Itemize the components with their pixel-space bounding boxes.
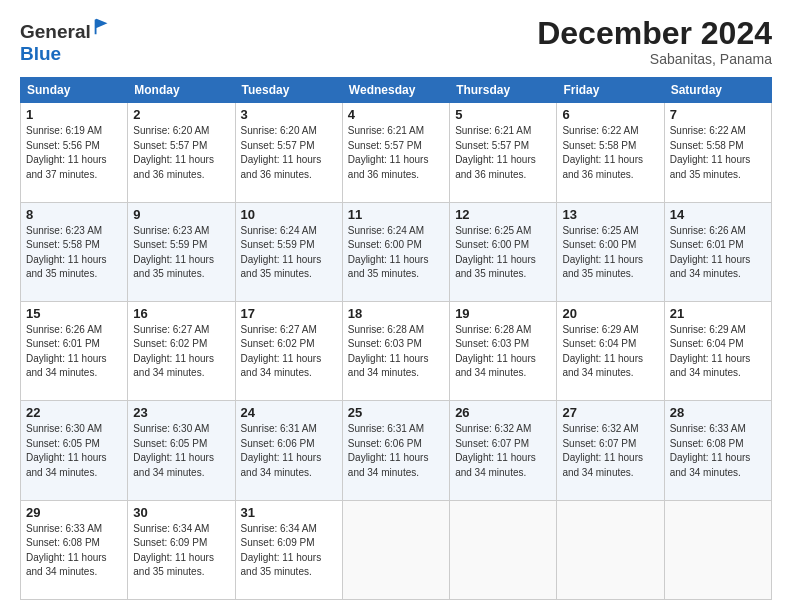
- day-info: Sunrise: 6:31 AM Sunset: 6:06 PM Dayligh…: [241, 422, 337, 480]
- day-info: Sunrise: 6:21 AM Sunset: 5:57 PM Dayligh…: [348, 124, 444, 182]
- day-info: Sunrise: 6:24 AM Sunset: 5:59 PM Dayligh…: [241, 224, 337, 282]
- day-number: 3: [241, 107, 337, 122]
- calendar-cell: 13Sunrise: 6:25 AM Sunset: 6:00 PM Dayli…: [557, 202, 664, 301]
- calendar-cell: [450, 500, 557, 599]
- weekday-header-row: SundayMondayTuesdayWednesdayThursdayFrid…: [21, 78, 772, 103]
- day-number: 14: [670, 207, 766, 222]
- day-info: Sunrise: 6:32 AM Sunset: 6:07 PM Dayligh…: [562, 422, 658, 480]
- svg-marker-0: [94, 19, 107, 35]
- calendar-cell: 31Sunrise: 6:34 AM Sunset: 6:09 PM Dayli…: [235, 500, 342, 599]
- calendar-cell: 17Sunrise: 6:27 AM Sunset: 6:02 PM Dayli…: [235, 301, 342, 400]
- day-number: 19: [455, 306, 551, 321]
- calendar-cell: 21Sunrise: 6:29 AM Sunset: 6:04 PM Dayli…: [664, 301, 771, 400]
- day-info: Sunrise: 6:22 AM Sunset: 5:58 PM Dayligh…: [670, 124, 766, 182]
- calendar-cell: 27Sunrise: 6:32 AM Sunset: 6:07 PM Dayli…: [557, 401, 664, 500]
- day-info: Sunrise: 6:26 AM Sunset: 6:01 PM Dayligh…: [670, 224, 766, 282]
- calendar-cell: 29Sunrise: 6:33 AM Sunset: 6:08 PM Dayli…: [21, 500, 128, 599]
- day-number: 9: [133, 207, 229, 222]
- logo-general-text: General: [20, 16, 113, 43]
- day-number: 4: [348, 107, 444, 122]
- calendar-cell: 4Sunrise: 6:21 AM Sunset: 5:57 PM Daylig…: [342, 103, 449, 202]
- day-info: Sunrise: 6:30 AM Sunset: 6:05 PM Dayligh…: [133, 422, 229, 480]
- day-info: Sunrise: 6:34 AM Sunset: 6:09 PM Dayligh…: [133, 522, 229, 580]
- day-number: 31: [241, 505, 337, 520]
- day-number: 2: [133, 107, 229, 122]
- day-number: 22: [26, 405, 122, 420]
- day-info: Sunrise: 6:25 AM Sunset: 6:00 PM Dayligh…: [562, 224, 658, 282]
- header: General Blue December 2024 Sabanitas, Pa…: [20, 16, 772, 67]
- calendar-cell: 14Sunrise: 6:26 AM Sunset: 6:01 PM Dayli…: [664, 202, 771, 301]
- day-number: 23: [133, 405, 229, 420]
- day-number: 29: [26, 505, 122, 520]
- day-info: Sunrise: 6:20 AM Sunset: 5:57 PM Dayligh…: [241, 124, 337, 182]
- weekday-header-thursday: Thursday: [450, 78, 557, 103]
- calendar-cell: 12Sunrise: 6:25 AM Sunset: 6:00 PM Dayli…: [450, 202, 557, 301]
- day-number: 10: [241, 207, 337, 222]
- day-number: 24: [241, 405, 337, 420]
- page: General Blue December 2024 Sabanitas, Pa…: [0, 0, 792, 612]
- day-info: Sunrise: 6:31 AM Sunset: 6:06 PM Dayligh…: [348, 422, 444, 480]
- weekday-header-saturday: Saturday: [664, 78, 771, 103]
- calendar-table: SundayMondayTuesdayWednesdayThursdayFrid…: [20, 77, 772, 600]
- day-number: 28: [670, 405, 766, 420]
- day-info: Sunrise: 6:26 AM Sunset: 6:01 PM Dayligh…: [26, 323, 122, 381]
- day-number: 8: [26, 207, 122, 222]
- weekday-header-friday: Friday: [557, 78, 664, 103]
- title-block: December 2024 Sabanitas, Panama: [537, 16, 772, 67]
- weekday-header-tuesday: Tuesday: [235, 78, 342, 103]
- calendar-cell: 9Sunrise: 6:23 AM Sunset: 5:59 PM Daylig…: [128, 202, 235, 301]
- day-info: Sunrise: 6:33 AM Sunset: 6:08 PM Dayligh…: [26, 522, 122, 580]
- calendar-cell: [342, 500, 449, 599]
- day-info: Sunrise: 6:28 AM Sunset: 6:03 PM Dayligh…: [348, 323, 444, 381]
- day-info: Sunrise: 6:22 AM Sunset: 5:58 PM Dayligh…: [562, 124, 658, 182]
- day-number: 12: [455, 207, 551, 222]
- logo-blue-text: Blue: [20, 43, 61, 64]
- day-info: Sunrise: 6:25 AM Sunset: 6:00 PM Dayligh…: [455, 224, 551, 282]
- calendar-cell: 26Sunrise: 6:32 AM Sunset: 6:07 PM Dayli…: [450, 401, 557, 500]
- day-number: 18: [348, 306, 444, 321]
- calendar-cell: 16Sunrise: 6:27 AM Sunset: 6:02 PM Dayli…: [128, 301, 235, 400]
- logo-flag-icon: [91, 16, 113, 38]
- calendar-cell: 10Sunrise: 6:24 AM Sunset: 5:59 PM Dayli…: [235, 202, 342, 301]
- day-info: Sunrise: 6:23 AM Sunset: 5:59 PM Dayligh…: [133, 224, 229, 282]
- calendar-cell: 8Sunrise: 6:23 AM Sunset: 5:58 PM Daylig…: [21, 202, 128, 301]
- calendar-cell: 25Sunrise: 6:31 AM Sunset: 6:06 PM Dayli…: [342, 401, 449, 500]
- calendar-cell: 19Sunrise: 6:28 AM Sunset: 6:03 PM Dayli…: [450, 301, 557, 400]
- calendar-cell: 15Sunrise: 6:26 AM Sunset: 6:01 PM Dayli…: [21, 301, 128, 400]
- day-info: Sunrise: 6:34 AM Sunset: 6:09 PM Dayligh…: [241, 522, 337, 580]
- day-info: Sunrise: 6:27 AM Sunset: 6:02 PM Dayligh…: [241, 323, 337, 381]
- calendar-cell: 18Sunrise: 6:28 AM Sunset: 6:03 PM Dayli…: [342, 301, 449, 400]
- day-info: Sunrise: 6:33 AM Sunset: 6:08 PM Dayligh…: [670, 422, 766, 480]
- day-number: 21: [670, 306, 766, 321]
- weekday-header-sunday: Sunday: [21, 78, 128, 103]
- calendar-cell: 22Sunrise: 6:30 AM Sunset: 6:05 PM Dayli…: [21, 401, 128, 500]
- day-number: 15: [26, 306, 122, 321]
- day-info: Sunrise: 6:29 AM Sunset: 6:04 PM Dayligh…: [562, 323, 658, 381]
- day-number: 25: [348, 405, 444, 420]
- day-number: 6: [562, 107, 658, 122]
- day-number: 13: [562, 207, 658, 222]
- day-number: 26: [455, 405, 551, 420]
- day-number: 20: [562, 306, 658, 321]
- day-number: 11: [348, 207, 444, 222]
- day-number: 5: [455, 107, 551, 122]
- calendar-cell: 20Sunrise: 6:29 AM Sunset: 6:04 PM Dayli…: [557, 301, 664, 400]
- location: Sabanitas, Panama: [537, 51, 772, 67]
- day-info: Sunrise: 6:30 AM Sunset: 6:05 PM Dayligh…: [26, 422, 122, 480]
- calendar-cell: [557, 500, 664, 599]
- day-info: Sunrise: 6:32 AM Sunset: 6:07 PM Dayligh…: [455, 422, 551, 480]
- calendar-cell: 5Sunrise: 6:21 AM Sunset: 5:57 PM Daylig…: [450, 103, 557, 202]
- weekday-header-wednesday: Wednesday: [342, 78, 449, 103]
- month-title: December 2024: [537, 16, 772, 51]
- day-number: 16: [133, 306, 229, 321]
- day-info: Sunrise: 6:24 AM Sunset: 6:00 PM Dayligh…: [348, 224, 444, 282]
- calendar-cell: 2Sunrise: 6:20 AM Sunset: 5:57 PM Daylig…: [128, 103, 235, 202]
- calendar-cell: 23Sunrise: 6:30 AM Sunset: 6:05 PM Dayli…: [128, 401, 235, 500]
- day-number: 27: [562, 405, 658, 420]
- day-info: Sunrise: 6:28 AM Sunset: 6:03 PM Dayligh…: [455, 323, 551, 381]
- day-number: 7: [670, 107, 766, 122]
- calendar-cell: 28Sunrise: 6:33 AM Sunset: 6:08 PM Dayli…: [664, 401, 771, 500]
- weekday-header-monday: Monday: [128, 78, 235, 103]
- day-info: Sunrise: 6:20 AM Sunset: 5:57 PM Dayligh…: [133, 124, 229, 182]
- calendar-cell: 30Sunrise: 6:34 AM Sunset: 6:09 PM Dayli…: [128, 500, 235, 599]
